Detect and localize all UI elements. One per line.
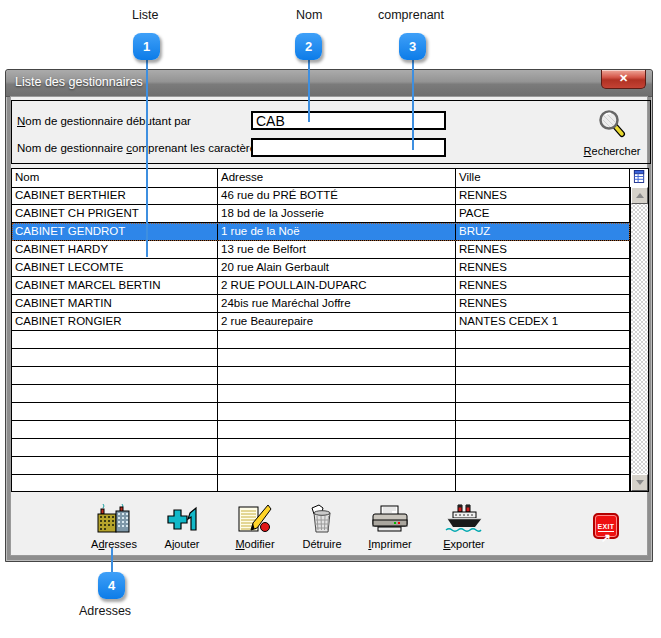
callout-line-3 <box>412 60 414 150</box>
column-header-ville[interactable]: Ville <box>456 169 630 187</box>
table-row[interactable]: CABINET MARTIN24bis rue Maréchal JoffreR… <box>12 295 630 313</box>
table-cell[interactable]: BRUZ <box>456 223 630 240</box>
table-cell-empty <box>218 385 456 402</box>
detruire-button[interactable]: Détruire <box>293 504 351 550</box>
table-row-empty <box>12 421 630 439</box>
table-cell-empty <box>456 331 630 348</box>
annotation-label-comprenant: comprenant <box>378 8 444 22</box>
triangle-down-icon <box>636 480 644 489</box>
column-header-adresse[interactable]: Adresse <box>218 169 456 187</box>
table-cell-empty <box>456 421 630 438</box>
table-cell-empty <box>12 403 218 420</box>
table-header-row: Nom Adresse Ville <box>12 169 648 188</box>
table-row[interactable]: CABINET RONGIER2 rue BeaurepaireNANTES C… <box>12 313 630 331</box>
table-cell[interactable]: CABINET HARDY <box>12 241 218 258</box>
table-cell-empty <box>12 367 218 384</box>
table-options-button[interactable] <box>630 169 648 187</box>
table-cell-empty <box>456 457 630 474</box>
table-cell-empty <box>456 385 630 402</box>
table-cell[interactable]: 20 rue Alain Gerbault <box>218 259 456 276</box>
gestionnaires-table: Nom Adresse Ville CABINET BERTHIER46 rue… <box>11 168 649 492</box>
title-bar[interactable]: Liste des gestionnaires ✕ <box>6 70 652 97</box>
table-row[interactable]: CABINET LECOMTE20 rue Alain GerbaultRENN… <box>12 259 630 277</box>
notepad-pencil-icon <box>237 520 273 537</box>
table-cell[interactable]: 13 rue de Belfort <box>218 241 456 258</box>
table-row[interactable]: CABINET GENDROT1 rue de la NoëBRUZ <box>12 223 630 241</box>
table-cell-empty <box>218 403 456 420</box>
table-cell-empty <box>456 439 630 456</box>
table-cell[interactable]: RENNES <box>456 277 630 294</box>
table-row-empty <box>12 367 630 385</box>
table-cell[interactable]: 2 RUE POULLAIN-DUPARC <box>218 277 456 294</box>
annotation-label-adresses: Adresses <box>79 604 131 618</box>
callout-line-1 <box>146 60 148 257</box>
exit-arrow-icon: ↗ <box>595 533 617 544</box>
table-cell[interactable]: NANTES CEDEX 1 <box>456 313 630 330</box>
table-cell-empty <box>12 385 218 402</box>
table-row-empty <box>12 439 630 457</box>
table-cell[interactable]: CABINET CH PRIGENT <box>12 205 218 222</box>
callout-badge-3: 3 <box>399 33 426 60</box>
ship-icon <box>444 520 484 537</box>
table-row[interactable]: CABINET CH PRIGENT18 bd de la JosseriePA… <box>12 205 630 223</box>
table-cell[interactable]: CABINET LECOMTE <box>12 259 218 276</box>
table-row-empty <box>12 475 630 491</box>
table-cell[interactable]: 46 rue du PRÉ BOTTÉ <box>218 187 456 204</box>
scroll-down-button[interactable] <box>631 474 648 491</box>
table-row[interactable]: CABINET BERTHIER46 rue du PRÉ BOTTÉRENNE… <box>12 187 630 205</box>
contains-input[interactable] <box>251 138 446 157</box>
column-header-nom[interactable]: Nom <box>12 169 218 187</box>
table-cell-empty <box>456 475 630 491</box>
table-cell[interactable]: PACE <box>456 205 630 222</box>
table-cell-empty <box>218 439 456 456</box>
table-cell[interactable]: CABINET MARCEL BERTIN <box>12 277 218 294</box>
ajouter-button-label: Ajouter <box>153 538 211 550</box>
table-cell[interactable]: 2 rue Beaurepaire <box>218 313 456 330</box>
table-cell[interactable]: CABINET BERTHIER <box>12 187 218 204</box>
table-cell-empty <box>12 475 218 491</box>
exporter-button[interactable]: Exporter <box>435 504 493 550</box>
table-row-empty <box>12 385 630 403</box>
table-row[interactable]: CABINET HARDY13 rue de BelfortRENNES <box>12 241 630 259</box>
table-cell[interactable]: 24bis rue Maréchal Joffre <box>218 295 456 312</box>
plus-one-icon <box>164 520 200 537</box>
adresses-button[interactable]: Adresses <box>85 504 143 550</box>
table-cell[interactable]: 1 rue de la Noë <box>218 223 456 240</box>
annotation-label-liste: Liste <box>132 8 158 22</box>
exit-button[interactable]: EXIT ↗ <box>593 513 619 539</box>
table-cell[interactable]: RENNES <box>456 187 630 204</box>
table-cell[interactable]: RENNES <box>456 241 630 258</box>
table-cell[interactable]: CABINET GENDROT <box>12 223 218 240</box>
ajouter-button[interactable]: Ajouter <box>153 504 211 550</box>
search-button[interactable]: Rechercher <box>576 108 648 160</box>
adresses-button-label: Adresses <box>85 538 143 550</box>
table-cell[interactable]: 18 bd de la Josserie <box>218 205 456 222</box>
close-button[interactable]: ✕ <box>601 70 646 89</box>
table-cell[interactable]: RENNES <box>456 295 630 312</box>
table-cell-empty <box>218 367 456 384</box>
begins-with-label: Nom de gestionnaire débutant par <box>17 115 191 127</box>
table-row[interactable]: CABINET MARCEL BERTIN2 RUE POULLAIN-DUPA… <box>12 277 630 295</box>
table-cell-empty <box>12 331 218 348</box>
table-grid-icon <box>633 169 646 188</box>
table-cell-empty <box>456 349 630 366</box>
table-cell-empty <box>218 475 456 491</box>
modifier-button[interactable]: Modifier <box>226 504 284 550</box>
callout-badge-1: 1 <box>133 33 160 60</box>
table-cell[interactable]: RENNES <box>456 259 630 276</box>
table-cell[interactable]: CABINET RONGIER <box>12 313 218 330</box>
imprimer-button[interactable]: Imprimer <box>361 504 419 550</box>
vertical-scrollbar[interactable] <box>630 187 648 491</box>
detruire-button-label: Détruire <box>293 538 351 550</box>
table-row-empty <box>12 331 630 349</box>
table-cell-empty <box>12 421 218 438</box>
table-cell-empty <box>218 331 456 348</box>
trash-icon <box>304 520 340 537</box>
begins-with-input[interactable] <box>251 111 446 130</box>
table-cell-empty <box>218 421 456 438</box>
scroll-up-button[interactable] <box>631 187 648 204</box>
screenshot-root: Liste Nom comprenant Adresses 1 2 3 4 Li… <box>0 0 661 638</box>
table-cell[interactable]: CABINET MARTIN <box>12 295 218 312</box>
table-row-empty <box>12 457 630 475</box>
triangle-up-icon <box>636 189 644 198</box>
